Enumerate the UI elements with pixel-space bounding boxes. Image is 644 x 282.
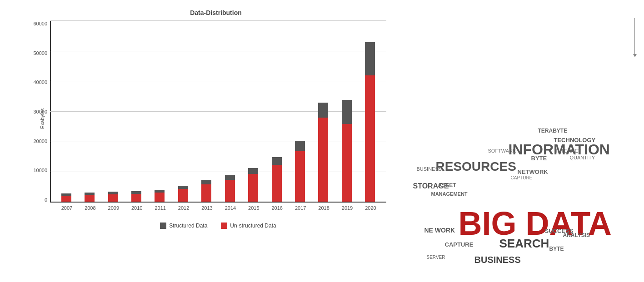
bar-structured	[225, 175, 235, 180]
x-label: 2019	[342, 205, 352, 211]
bar-stack	[342, 100, 352, 203]
y-label: 0	[27, 197, 50, 203]
wordcloud: BIG DATAINFORMATIONRESOURCESSEARCHBUSINE…	[399, 14, 636, 268]
bar-structured	[318, 103, 328, 118]
wordcloud-word: CAPTURE	[445, 241, 474, 248]
wordcloud-word: SOFTWARE	[488, 148, 516, 153]
bar-group	[342, 100, 352, 203]
bar-structured	[201, 180, 211, 184]
wordcloud-word: BYTE	[531, 155, 547, 162]
bar-unstructured	[318, 118, 328, 203]
x-label: 2008	[85, 205, 95, 211]
bar-group	[178, 186, 188, 203]
wordcloud-word: SUCCESS	[545, 228, 574, 234]
x-label: 2010	[131, 205, 141, 211]
bar-structured	[178, 186, 188, 189]
bar-stack	[318, 103, 328, 203]
wordcloud-word: CAPTURE	[511, 175, 533, 180]
wordcloud-area: BIG DATAINFORMATIONRESOURCESSEARCHBUSINE…	[391, 0, 644, 282]
y-axis-title: Exabytes	[40, 108, 45, 129]
legend-unstructured-label: Un-structured Data	[230, 223, 276, 229]
bar-unstructured	[248, 174, 258, 203]
wordcloud-word: MANAGEMENT	[431, 191, 468, 197]
wordcloud-word: ASSET	[438, 182, 456, 188]
wordcloud-word: TECHNOLOGY	[554, 137, 596, 143]
legend-unstructured: Un-structured Data	[221, 223, 276, 229]
bar-group	[295, 141, 305, 203]
bar-structured	[248, 168, 258, 174]
bar-structured	[365, 42, 375, 75]
bars-container	[50, 21, 386, 203]
y-label: 40000	[27, 79, 50, 85]
bar-unstructured	[365, 75, 375, 203]
bar-group	[272, 157, 282, 203]
wordcloud-word: BUSINESS	[474, 255, 521, 265]
bar-unstructured	[225, 180, 235, 203]
bar-structured	[342, 100, 352, 124]
y-label: 30000	[27, 109, 50, 114]
bar-unstructured	[295, 151, 305, 203]
x-axis: 2007200820092010201120122013201420152016…	[50, 205, 386, 211]
bar-stack	[272, 157, 282, 203]
legend-structured: Structured Data	[160, 223, 207, 229]
x-label: 2018	[318, 205, 328, 211]
x-axis-line	[50, 202, 386, 203]
bar-stack	[248, 168, 258, 203]
x-label: 2013	[201, 205, 211, 211]
y-axis-labels: 0100002000030000400005000060000	[27, 21, 50, 203]
bar-group	[225, 175, 235, 203]
bar-stack	[131, 191, 141, 203]
x-label: 2015	[248, 205, 258, 211]
wordcloud-word: RESOURCES	[436, 159, 516, 174]
wordcloud-word: INTERNET	[556, 148, 581, 153]
bar-stack	[295, 141, 305, 203]
y-label: 10000	[27, 168, 50, 173]
bar-group	[318, 103, 328, 203]
x-label: 2009	[108, 205, 118, 211]
bar-group	[108, 192, 118, 203]
y-label: 60000	[27, 21, 50, 26]
bar-group	[85, 193, 95, 203]
x-label: 2020	[365, 205, 375, 211]
bar-stack	[178, 186, 188, 203]
wordcloud-word: SERVER	[427, 255, 445, 260]
bar-stack	[61, 193, 71, 203]
bar-unstructured	[155, 193, 165, 203]
bar-structured	[272, 157, 282, 165]
wordcloud-word: NE WORK	[424, 227, 455, 234]
bar-group	[155, 190, 165, 203]
bar-unstructured	[272, 165, 282, 203]
x-label: 2016	[272, 205, 282, 211]
x-label: 2012	[178, 205, 188, 211]
bar-group	[61, 193, 71, 203]
bar-unstructured	[342, 124, 352, 203]
legend-structured-label: Structured Data	[169, 223, 207, 229]
x-label: 2017	[295, 205, 305, 211]
bar-group	[201, 180, 211, 203]
chart-title: Data-Distribution	[45, 9, 386, 16]
bar-structured	[295, 141, 305, 151]
x-label: 2011	[155, 205, 165, 211]
bar-stack	[108, 192, 118, 203]
bar-stack	[225, 175, 235, 203]
bar-stack	[365, 42, 375, 203]
wordcloud-word: TERABYTE	[538, 128, 568, 134]
legend-structured-color	[160, 223, 166, 229]
wordcloud-word: QUANTITY	[570, 155, 595, 160]
wordcloud-word: BYTE	[549, 246, 564, 252]
bar-stack	[201, 180, 211, 203]
wordcloud-word: BUSINESS	[417, 166, 442, 172]
bar-group	[248, 168, 258, 203]
legend-unstructured-color	[221, 223, 227, 229]
wordcloud-word: NETWORK	[518, 168, 548, 175]
chart-area: Data-Distribution Exabytes 0100002000030…	[0, 0, 391, 282]
bar-stack	[155, 190, 165, 203]
x-label: 2007	[61, 205, 71, 211]
main-container: Data-Distribution Exabytes 0100002000030…	[0, 0, 644, 282]
chart-plot	[50, 21, 386, 203]
bar-unstructured	[178, 189, 188, 203]
x-label: 2014	[225, 205, 235, 211]
bar-group	[131, 191, 141, 203]
bar-group	[365, 42, 375, 203]
bar-stack	[85, 193, 95, 203]
